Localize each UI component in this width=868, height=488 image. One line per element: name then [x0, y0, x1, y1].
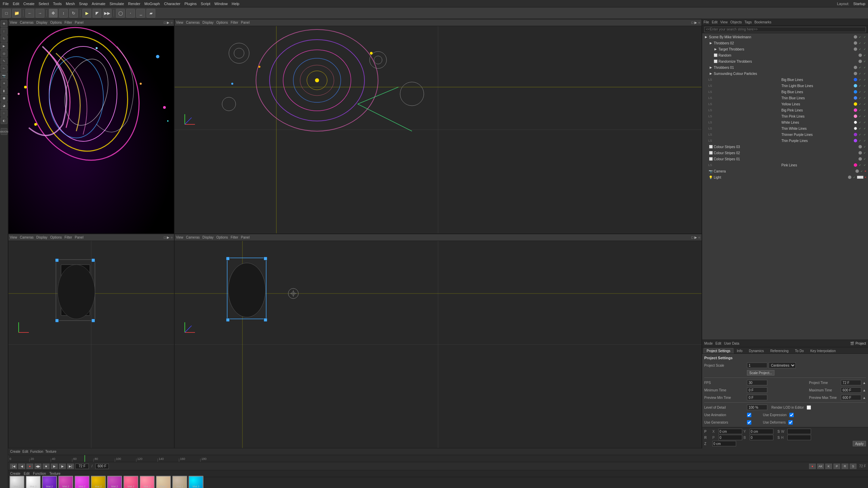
menu-animate[interactable]: Animate [92, 2, 105, 6]
lt-null[interactable]: ○ [1, 110, 7, 117]
render-pv-button[interactable]: ▶▶ [103, 9, 112, 18]
tl-function-menu[interactable]: Function [30, 450, 43, 453]
props-tab-dynamics[interactable]: Dynamics [746, 348, 767, 353]
rp-tab-view[interactable]: View [720, 20, 728, 24]
search-input[interactable] [704, 27, 866, 32]
tl-next-frame[interactable]: ▶ [59, 464, 66, 469]
lt-live-sel[interactable]: ◎ [1, 50, 7, 57]
lt-rotate[interactable]: ↻ [1, 35, 7, 42]
mat-swatch-7[interactable]: Mat.2 [107, 476, 122, 488]
vp3-options-menu[interactable]: Options [50, 236, 62, 239]
vp3-filter-menu[interactable]: Filter [64, 236, 72, 239]
vp1-display-menu[interactable]: Display [36, 21, 47, 24]
prop-preview-min-input[interactable] [747, 395, 767, 400]
lt-floor[interactable]: ▮ [1, 87, 7, 94]
obj-thin-white-lines[interactable]: LS Thin White Lines ✓ ✓ [702, 125, 868, 131]
prop-preview-max-input[interactable] [841, 395, 861, 400]
tl-rot[interactable]: R [842, 464, 848, 469]
coord-y-input[interactable] [750, 429, 773, 434]
prop-render-lod-checkbox[interactable] [807, 405, 811, 410]
menu-snap[interactable]: Snap [79, 2, 88, 6]
vp1-options-menu[interactable]: Options [50, 21, 62, 24]
vp4-cameras-menu[interactable]: Cameras [186, 236, 200, 239]
tl-record2[interactable]: ● [809, 464, 816, 469]
menu-create[interactable]: Create [23, 2, 35, 6]
tl-autokey[interactable]: AK [817, 464, 824, 469]
mat-texture-menu[interactable]: Texture [50, 472, 61, 475]
obj-randomize-throbbers[interactable]: ⬜ Randomize Throbbers ✓ [702, 58, 868, 64]
mat-swatch-1[interactable]: Mat.2 [9, 476, 24, 488]
coord-w-input[interactable] [787, 429, 811, 434]
poly-mode-button[interactable]: ▰ [146, 9, 155, 18]
lt-camera[interactable]: 📷 [1, 73, 7, 79]
obj-camera[interactable]: 📷 Camera ✓ ✕ [702, 168, 868, 174]
obj-yellow-lines[interactable]: LS Yellow Lines ✓ ✓ [702, 101, 868, 107]
vp1-cameras-menu[interactable]: Cameras [20, 21, 34, 24]
mat-swatch-9[interactable]: Mat.2 [140, 476, 155, 488]
menu-render[interactable]: Render [128, 2, 140, 6]
obj-thin-light-blue-lines[interactable]: LS Thin Light Blue Lines ✓ ✓ [702, 83, 868, 89]
lt-sky[interactable]: ◕ [1, 102, 7, 109]
viewport-camera[interactable]: View Cameras Display Options Filter Pane… [8, 19, 174, 234]
obj-light[interactable]: 💡 Light ✓ ✕ [702, 174, 868, 180]
mat-swatch-10[interactable]: Mat.2 [156, 476, 171, 488]
prop-project-scale-unit[interactable]: Centimetres Metres Millimetres [769, 362, 796, 368]
menu-file[interactable]: File [3, 2, 9, 6]
menu-plugins[interactable]: Plugins [184, 2, 197, 6]
lt-paint[interactable]: ✎ [1, 58, 7, 64]
tl-key[interactable]: K [825, 464, 832, 469]
viewport-front[interactable]: View Cameras Display Options Filter Pane… [174, 234, 702, 449]
coord-x-input[interactable] [718, 429, 742, 434]
obj-thin-purple-lines[interactable]: LS Thin Purple Lines ✓ ✓ [702, 138, 868, 144]
mat-create-menu[interactable]: Create [10, 472, 20, 475]
lt-info[interactable]: MAXON [1, 128, 7, 135]
rp-tab-edit[interactable]: Edit [712, 20, 717, 24]
vp4-view-menu[interactable]: View [176, 236, 183, 239]
edge-mode-button[interactable]: ⎯ [136, 9, 145, 18]
tl-goto-start[interactable]: |◀ [10, 464, 17, 469]
props-tab-referencing[interactable]: Referencing [767, 348, 792, 353]
tl-play-back[interactable]: ◀▶ [35, 464, 41, 469]
obj-pink-lines[interactable]: LS Pink Lines ✓ ✓ [702, 162, 868, 168]
prop-project-time-input[interactable] [841, 380, 861, 385]
prop-max-time-input[interactable] [841, 387, 861, 393]
obj-random[interactable]: ⬜ Random ✓ [702, 52, 868, 58]
scale-project-button[interactable]: Scale Project... [747, 370, 774, 375]
tl-edit-menu[interactable]: Edit [22, 450, 28, 453]
obj-target-throbbers[interactable]: ▶ Target Throbbers ✓ ✓ [702, 46, 868, 52]
prop-use-deformers-checkbox[interactable] [788, 420, 793, 425]
tl-create-menu[interactable]: Create [10, 450, 20, 453]
tl-texture-menu[interactable]: Texture [45, 450, 57, 453]
tl-current-frame[interactable] [75, 464, 89, 469]
vp1-canvas[interactable] [8, 26, 174, 233]
new-scene-button[interactable]: □ [2, 9, 11, 18]
obj-thinner-purple-lines[interactable]: LS Thinner Purple Lines ✓ ✓ [702, 131, 868, 138]
coord-h-input[interactable] [787, 435, 811, 440]
lt-scale[interactable]: ↕ [1, 28, 7, 35]
lt-mag[interactable]: ◐ [1, 117, 7, 124]
obj-colour-stripes-02[interactable]: ⬜ Colour Stripes 02 ✓ [702, 150, 868, 156]
vp2-filter-menu[interactable]: Filter [231, 21, 238, 24]
vp1-panel-menu[interactable]: Panel [75, 21, 84, 24]
obj-big-blue-lines2[interactable]: LS Big Blue Lines ✓ ✓ [702, 89, 868, 95]
vp4-filter-menu[interactable]: Filter [231, 236, 238, 239]
vp2-display-menu[interactable]: Display [202, 21, 214, 24]
vp2-view-menu[interactable]: View [176, 21, 183, 24]
mat-swatch-2[interactable]: Mat.2 [26, 476, 41, 488]
render-region-button[interactable]: ◤ [93, 9, 101, 18]
prop-max-time-arrow[interactable]: ▲ [863, 388, 866, 392]
redo-button[interactable]: → [36, 9, 44, 18]
menu-mograph[interactable]: MoGraph [144, 2, 160, 6]
tl-goto-end[interactable]: ▶| [67, 464, 74, 469]
tl-end-frame[interactable] [95, 464, 109, 469]
vp3-canvas[interactable]: Right [8, 241, 174, 448]
prop-project-scale-input[interactable] [747, 363, 767, 368]
props-tab-key-interpolation[interactable]: Key Interpolation [807, 348, 839, 353]
obj-throbbers01[interactable]: ▶ Throbbers 01 ✓ ✓ [702, 64, 868, 70]
coord-b-input[interactable] [750, 435, 773, 440]
lt-move[interactable]: ✥ [1, 20, 7, 27]
vp4-display-menu[interactable]: Display [202, 236, 214, 239]
move-tool-button[interactable]: ✥ [49, 9, 58, 18]
viewport-right[interactable]: View Cameras Display Options Filter Pane… [8, 234, 174, 449]
vp3-display-menu[interactable]: Display [36, 236, 47, 239]
